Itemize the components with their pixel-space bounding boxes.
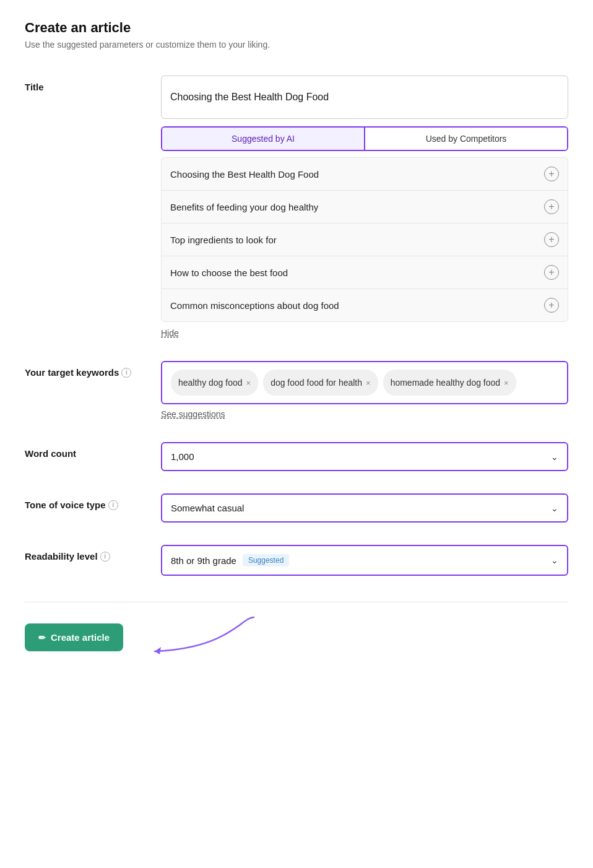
suggested-badge: Suggested	[243, 554, 289, 566]
tone-select[interactable]: Somewhat casual ⌄	[161, 493, 568, 523]
hide-link[interactable]: Hide	[161, 328, 179, 338]
readability-value: 8th or 9th grade Suggested	[171, 554, 289, 566]
suggestion-item: Choosing the Best Health Dog Food +	[161, 157, 568, 190]
bottom-divider	[25, 602, 568, 602]
remove-keyword-2-button[interactable]: ×	[504, 378, 509, 388]
word-count-select[interactable]: 1,000 ⌄	[161, 442, 568, 471]
readability-info-icon[interactable]: i	[100, 552, 110, 562]
page-subtitle: Use the suggested parameters or customiz…	[25, 40, 568, 50]
tone-chevron-icon: ⌄	[551, 503, 558, 513]
add-suggestion-0-button[interactable]: +	[544, 167, 559, 181]
pencil-icon: ✏	[38, 633, 46, 643]
add-suggestion-4-button[interactable]: +	[544, 298, 559, 313]
see-suggestions-link[interactable]: See suggestions	[161, 409, 225, 419]
readability-control: 8th or 9th grade Suggested ⌄	[161, 545, 568, 576]
bottom-area: ✏ Create article	[25, 617, 568, 651]
readability-label: Readability level i	[25, 545, 161, 562]
word-count-chevron-icon: ⌄	[551, 452, 558, 462]
suggestion-item: Benefits of feeding your dog healthy +	[161, 190, 568, 223]
readability-row: Readability level i 8th or 9th grade Sug…	[25, 534, 568, 587]
word-count-label: Word count	[25, 442, 161, 459]
suggestion-item: Top ingredients to look for +	[161, 223, 568, 256]
word-count-control: 1,000 ⌄	[161, 442, 568, 471]
form-container: Title Choosing the Best Health Dog Food …	[25, 64, 568, 587]
keywords-control: healthy dog food × dog food food for hea…	[161, 361, 568, 420]
word-count-row: Word count 1,000 ⌄	[25, 431, 568, 482]
add-suggestion-3-button[interactable]: +	[544, 265, 559, 280]
page-title: Create an article	[25, 20, 568, 36]
title-label: Title	[25, 76, 161, 92]
suggestion-item: Common misconceptions about dog food +	[161, 289, 568, 322]
toggle-tabs: Suggested by AI Used by Competitors	[161, 126, 568, 151]
keyword-tag: dog food food for health ×	[263, 370, 378, 396]
title-control: Choosing the Best Health Dog Food Sugges…	[161, 76, 568, 339]
tone-label: Tone of voice type i	[25, 493, 161, 510]
page-header: Create an article Use the suggested para…	[25, 20, 568, 50]
keywords-box[interactable]: healthy dog food × dog food food for hea…	[161, 361, 568, 404]
readability-select[interactable]: 8th or 9th grade Suggested ⌄	[161, 545, 568, 576]
title-row: Title Choosing the Best Health Dog Food …	[25, 64, 568, 350]
readability-chevron-icon: ⌄	[551, 555, 558, 565]
tone-info-icon[interactable]: i	[108, 500, 118, 510]
title-input[interactable]: Choosing the Best Health Dog Food	[161, 76, 568, 119]
remove-keyword-0-button[interactable]: ×	[246, 378, 251, 388]
tone-row: Tone of voice type i Somewhat casual ⌄	[25, 482, 568, 534]
tab-used-by-competitors[interactable]: Used by Competitors	[365, 128, 567, 150]
keyword-tag: healthy dog food ×	[171, 370, 258, 396]
suggestion-item: How to choose the best food +	[161, 256, 568, 289]
remove-keyword-1-button[interactable]: ×	[366, 378, 371, 388]
create-article-button[interactable]: ✏ Create article	[25, 623, 123, 651]
keyword-tag: homemade healthy dog food ×	[383, 370, 516, 396]
add-suggestion-2-button[interactable]: +	[544, 232, 559, 247]
suggestion-list: Choosing the Best Health Dog Food + Bene…	[161, 157, 568, 322]
svg-marker-0	[155, 647, 161, 654]
keywords-info-icon[interactable]: i	[121, 368, 131, 378]
tab-suggested-ai[interactable]: Suggested by AI	[162, 128, 364, 150]
arrow-annotation	[124, 611, 260, 663]
tone-control: Somewhat casual ⌄	[161, 493, 568, 523]
keywords-row: Your target keywords i healthy dog food …	[25, 350, 568, 431]
keywords-label: Your target keywords i	[25, 361, 161, 378]
add-suggestion-1-button[interactable]: +	[544, 199, 559, 214]
